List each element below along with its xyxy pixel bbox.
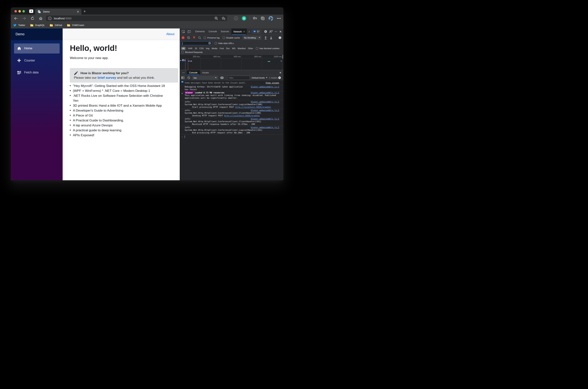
devtools-tab-network[interactable]: Network ✕ [231, 29, 247, 35]
network-settings-button[interactable] [277, 36, 283, 39]
issues-counter[interactable]: 57 [252, 30, 261, 33]
throttling-select[interactable]: No throttling [243, 35, 261, 40]
request-url-link[interactable]: http://localhost:5050/graphql [224, 114, 260, 117]
source-link[interactable]: blazor.webassembly.js:1 [251, 100, 279, 103]
site-info-icon[interactable] [48, 17, 52, 20]
tab-close-icon[interactable]: ✕ [77, 10, 79, 13]
export-har-button[interactable] [268, 36, 274, 39]
overview-scrollbar[interactable] [282, 55, 283, 59]
source-link[interactable]: blazor.webassembly.js:1 [251, 86, 279, 88]
device-toolbar-button[interactable] [186, 30, 192, 33]
drawer-menu-icon[interactable]: ⋯ [182, 71, 185, 74]
vertical-tabs-button[interactable] [29, 9, 33, 13]
console-filter-input[interactable]: Filter [227, 76, 250, 80]
drawer-tab-issues[interactable]: Issues [200, 71, 211, 74]
bookmark-github[interactable]: GitHub [50, 24, 62, 27]
clear-console-button[interactable] [186, 76, 192, 79]
console-sidebar-toggle[interactable] [180, 76, 186, 79]
devtools-settings-icon[interactable] [264, 30, 267, 33]
grammarly-extension-icon[interactable]: G [242, 16, 246, 21]
source-link[interactable]: blazor.webassembly.js:1 [251, 92, 279, 94]
back-button[interactable] [13, 16, 19, 21]
console-message: blazor.webassembly.js:1info:System.Net.H… [180, 109, 283, 117]
drawer-tab-console[interactable]: Console [187, 70, 200, 75]
filter-chip-css[interactable]: CSS [198, 47, 205, 50]
profile-avatar[interactable] [268, 16, 273, 21]
bookmark-chillicream[interactable]: ChilliCream [67, 24, 84, 27]
request-url-link[interactable]: http://localhost:5050/graphql [235, 106, 271, 108]
disable-cache-checkbox[interactable]: Disable cache [223, 37, 240, 39]
address-bar[interactable]: localhost:5000 [46, 16, 227, 21]
network-overview[interactable]: 200 ms 400 ms 600 ms 800 ms 1000 ms [180, 55, 283, 70]
source-link[interactable]: blazor.webassembly.js:1 [251, 118, 279, 120]
chip-divider [186, 47, 186, 50]
clear-network-button[interactable] [186, 36, 191, 39]
filter-chip-xhr[interactable]: XHR [187, 47, 193, 50]
brief-survey-link[interactable]: brief survey [98, 76, 116, 79]
close-window-button[interactable] [14, 10, 17, 12]
has-blocked-cookies-checkbox[interactable]: Has blocked cookies [256, 47, 279, 50]
clear-filter-icon[interactable]: ✕ [208, 42, 211, 44]
list-item: APIs Exposed! [73, 133, 174, 138]
console-context-select[interactable]: top [192, 76, 218, 80]
zoom-window-button[interactable] [22, 10, 25, 12]
about-link[interactable]: About [166, 32, 174, 36]
forward-button[interactable] [21, 16, 27, 21]
collections-icon[interactable] [261, 17, 265, 20]
filter-chip-ws[interactable]: WS [231, 47, 236, 50]
close-network-tab-icon[interactable]: ✕ [243, 30, 245, 33]
browser-tab[interactable]: Demo ✕ [35, 9, 81, 15]
sidebar-item-fetch-data[interactable]: Fetch data [14, 67, 60, 78]
inspect-element-button[interactable] [181, 30, 186, 33]
source-link[interactable]: blazor.webassembly.js:1 [251, 126, 279, 129]
more-tabs-icon[interactable]: » [248, 30, 249, 33]
hide-data-urls-checkbox[interactable]: Hide data URLs [215, 42, 234, 44]
browser-menu-button[interactable]: ••• [277, 17, 281, 20]
console-levels-select[interactable]: Default levels [252, 77, 267, 79]
favorites-icon[interactable] [253, 17, 257, 20]
blocked-requests-checkbox[interactable]: Blocked Requests [181, 51, 203, 53]
drawer-close-icon[interactable]: ✕ [279, 71, 282, 74]
import-har-button[interactable] [263, 36, 268, 39]
bookmark-graphql[interactable]: GraphQL [30, 24, 45, 27]
add-favorite-icon[interactable] [222, 17, 226, 20]
blocked-requests-row: Blocked Requests [180, 51, 283, 55]
filter-chip-media[interactable]: Media [211, 47, 218, 50]
tab-favicon [37, 10, 41, 13]
filter-network-button[interactable] [191, 36, 197, 39]
new-tab-button[interactable]: + [82, 9, 87, 14]
devtools-tab-console[interactable]: Console [207, 29, 219, 35]
url-text[interactable]: localhost:5000 [54, 17, 71, 20]
console-prompt[interactable]: › [180, 134, 283, 138]
console-settings-button[interactable] [277, 76, 282, 79]
source-link[interactable]: blazor.webassembly.js:1 [251, 109, 279, 112]
filter-chip-manifest[interactable]: Manifest [237, 47, 247, 50]
expand-triangle-icon[interactable]: ▶ [180, 92, 185, 95]
filter-chip-js[interactable]: JS [194, 47, 198, 50]
view-issues-link[interactable]: View issues [265, 82, 279, 84]
search-network-button[interactable] [197, 36, 202, 39]
filter-chip-all[interactable]: All [181, 47, 186, 50]
filter-chip-other[interactable]: Other [247, 47, 254, 50]
devtools-menu-icon[interactable]: ⋯ [275, 30, 277, 33]
password-extension-icon[interactable] [234, 16, 238, 20]
bookmark-twitter[interactable]: Twitter [13, 24, 25, 27]
record-network-log-button[interactable] [180, 36, 186, 39]
network-filter-input[interactable]: { ✕ [181, 41, 212, 45]
live-expression-button[interactable] [219, 76, 225, 79]
minimize-window-button[interactable] [18, 10, 21, 12]
home-button[interactable] [38, 16, 43, 21]
preserve-log-checkbox[interactable]: Preserve log [204, 37, 220, 39]
filter-chip-img[interactable]: Img [205, 47, 210, 50]
sidebar-item-home[interactable]: Home [14, 43, 60, 54]
sidebar-item-counter[interactable]: Counter [14, 56, 60, 66]
devtools-close-icon[interactable]: ✕ [279, 30, 282, 33]
zoom-icon[interactable] [214, 17, 218, 20]
filter-chip-doc[interactable]: Doc [225, 47, 231, 50]
devtools-tab-sources[interactable]: Sources [219, 29, 231, 35]
devtools-tab-elements[interactable]: Elements [194, 29, 207, 35]
filter-chip-font[interactable]: Font [219, 47, 225, 50]
reload-button[interactable] [30, 16, 35, 21]
devtools-feedback-icon[interactable] [269, 30, 273, 33]
folder-icon [30, 24, 33, 27]
